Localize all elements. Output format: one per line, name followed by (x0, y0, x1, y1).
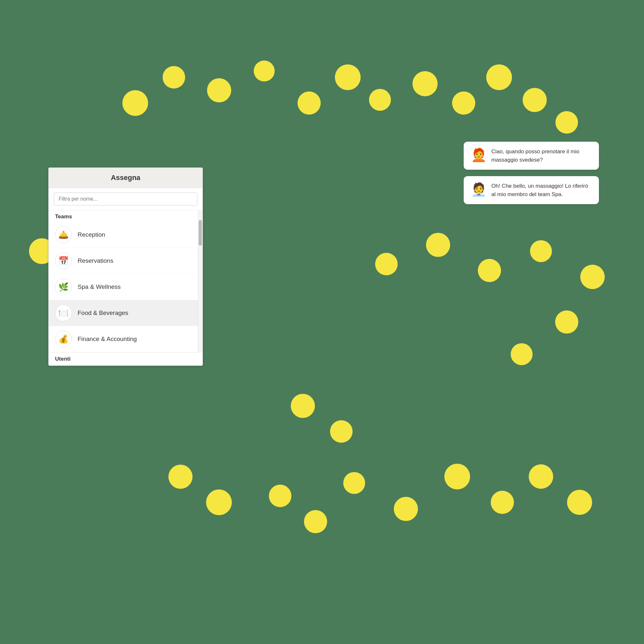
dot-28 (555, 310, 578, 334)
search-area (49, 188, 203, 210)
team-name-4: Finance & Accounting (78, 336, 137, 343)
dot-24 (426, 233, 450, 257)
dot-6 (369, 89, 391, 111)
team-name-0: Reception (78, 231, 105, 238)
utenti-label: Utenti (49, 352, 203, 365)
dot-3 (254, 61, 275, 81)
chat-text-1: Ciao, quando posso prenotare il mio mass… (491, 147, 592, 164)
dot-19 (444, 464, 470, 489)
user-avatar-2: 🧑‍💼 (471, 182, 487, 197)
dot-27 (580, 265, 605, 289)
assegna-panel: Assegna Teams 🛎️Reception📅Reservations🌿S… (48, 167, 203, 366)
user-avatar-1: 🧑‍🦰 (471, 147, 487, 163)
dot-11 (555, 111, 578, 134)
dot-10 (523, 88, 547, 112)
dot-9 (486, 64, 512, 90)
chat-container: 🧑‍🦰 Ciao, quando posso prenotare il mio … (464, 142, 599, 211)
team-name-2: Spa & Wellness (78, 283, 121, 290)
dot-22 (567, 490, 592, 515)
dot-0 (122, 90, 148, 116)
dot-25 (478, 259, 501, 282)
dot-26 (530, 240, 552, 262)
dot-4 (298, 91, 321, 115)
dot-14 (206, 489, 232, 515)
team-item-food-&-beverages[interactable]: 🍽️Food & Beverages (49, 300, 203, 326)
dot-1 (163, 66, 185, 89)
dot-2 (207, 78, 231, 102)
chat-text-2: Oh! Che bello, un massaggio! Lo riferirò… (491, 182, 592, 198)
panel-title: Assegna (49, 168, 203, 188)
dot-13 (168, 465, 193, 489)
dot-8 (452, 91, 475, 115)
team-name-3: Food & Beverages (78, 309, 128, 317)
dot-5 (335, 64, 361, 90)
dot-30 (291, 394, 315, 418)
dot-17 (343, 472, 365, 494)
scrollbar-thumb[interactable] (199, 220, 202, 246)
chat-bubble-1: 🧑‍🦰 Ciao, quando posso prenotare il mio … (464, 142, 599, 170)
team-icon-0: 🛎️ (55, 226, 72, 243)
team-item-reservations[interactable]: 📅Reservations (49, 248, 203, 274)
teams-list: 🛎️Reception📅Reservations🌿Spa & Wellness🍽… (49, 222, 203, 352)
dot-18 (394, 497, 418, 521)
scrollbar-track[interactable] (198, 210, 203, 352)
dot-20 (491, 491, 514, 514)
team-name-1: Reservations (78, 257, 113, 264)
dot-23 (375, 253, 398, 275)
team-item-finance-&-accounting[interactable]: 💰Finance & Accounting (49, 326, 203, 352)
dot-16 (304, 510, 327, 533)
team-icon-4: 💰 (55, 331, 72, 347)
team-icon-3: 🍽️ (55, 305, 72, 321)
team-item-reception[interactable]: 🛎️Reception (49, 222, 203, 248)
teams-label: Teams (49, 210, 203, 222)
search-input[interactable] (54, 193, 197, 205)
dot-7 (412, 71, 438, 96)
dot-29 (511, 343, 533, 365)
dot-15 (269, 485, 291, 507)
team-item-spa-&-wellness[interactable]: 🌿Spa & Wellness (49, 274, 203, 300)
chat-bubble-2: 🧑‍💼 Oh! Che bello, un massaggio! Lo rife… (464, 176, 599, 204)
panel-body: Teams 🛎️Reception📅Reservations🌿Spa & Wel… (49, 210, 203, 352)
team-icon-2: 🌿 (55, 279, 72, 295)
dot-31 (330, 420, 353, 443)
team-icon-1: 📅 (55, 252, 72, 269)
dot-21 (529, 464, 553, 489)
